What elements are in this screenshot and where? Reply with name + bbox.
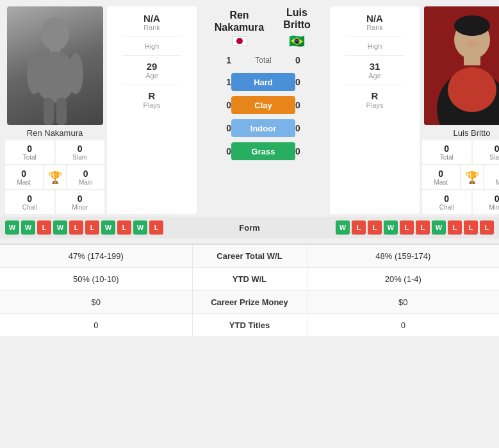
bt-left-1: 50% (10-10) — [0, 268, 192, 290]
bt-center-2: Career Prize Money — [192, 291, 307, 313]
form-badge-left-9: L — [149, 220, 163, 235]
bottom-row-1: 50% (10-10) YTD W/L 20% (1-4) — [0, 268, 499, 291]
total-score-row: 1 Total 0 — [199, 53, 327, 68]
bt-right-3: 0 — [307, 314, 500, 336]
left-player-name: Ren Nakamura — [27, 128, 83, 138]
app-container: Ren Nakamura 0 Total 0 Slam 0 Mast — [0, 0, 499, 337]
right-plays: R Plays — [332, 90, 417, 109]
left-player-stats: 0 Total 0 Slam 0 Mast 🏆 0 — [5, 140, 104, 214]
surface-badge-3: Grass — [231, 142, 295, 160]
form-badge-left-0: W — [5, 220, 19, 235]
form-badge-right-5: L — [416, 220, 430, 235]
bottom-stats-table: 47% (174-199) Career Total W/L 48% (159-… — [0, 244, 499, 337]
form-badge-right-4: L — [400, 220, 414, 235]
left-plays: R Plays — [110, 90, 194, 109]
left-player-photo — [7, 6, 103, 125]
right-player-photo — [424, 6, 500, 125]
left-rank: N/A Rank — [110, 13, 194, 31]
right-main-stat: 0 Main — [484, 165, 500, 189]
surface-badge-1: Clay — [231, 96, 295, 114]
form-badge-left-3: W — [53, 220, 67, 235]
right-chall-stat: 0 Chall — [422, 190, 471, 214]
form-badge-right-6: W — [432, 220, 446, 235]
score-right-2: 0 — [295, 123, 315, 133]
form-badge-right-7: L — [448, 220, 462, 235]
form-badges-right: WLLWLLWLLL — [288, 220, 495, 235]
form-badge-right-1: L — [352, 220, 366, 235]
left-high: High — [110, 42, 194, 50]
left-main-stat: 0 Main — [67, 165, 105, 189]
left-age: 29 Age — [110, 61, 194, 79]
form-badge-left-4: L — [69, 220, 83, 235]
score-left-1: 0 — [212, 100, 231, 110]
right-trophy-icon-wrap: 🏆 — [461, 165, 483, 189]
surface-badge-0: Hard — [231, 73, 295, 91]
bt-right-0: 48% (159-174) — [307, 245, 500, 267]
right-high: High — [332, 42, 417, 50]
bt-right-1: 20% (1-4) — [307, 268, 500, 290]
form-badge-left-8: W — [133, 220, 147, 235]
form-badge-left-6: W — [101, 220, 115, 235]
svg-point-0 — [41, 17, 69, 51]
bt-left-2: $0 — [0, 291, 192, 313]
form-badge-left-5: L — [85, 220, 99, 235]
form-badge-right-9: L — [480, 220, 494, 235]
right-flag: 🇧🇷 — [289, 33, 305, 49]
trophy-icon-right: 🏆 — [465, 170, 479, 185]
form-label: Form — [211, 223, 288, 233]
form-badge-left-2: L — [37, 220, 51, 235]
left-total-stat: 0 Total — [5, 140, 54, 164]
score-rows: 1 Hard 0 0 Clay 0 0 Indoor 0 0 Grass 0 — [199, 69, 327, 164]
left-divider-1 — [122, 37, 181, 37]
left-trophy-row: 0 Mast 🏆 0 Main — [5, 165, 104, 189]
left-player-card: Ren Nakamura 0 Total 0 Slam 0 Mast — [5, 6, 104, 214]
center-column: Ren Nakamura Luis Britto 🇧🇷 1 — [199, 6, 327, 214]
form-badge-right-2: L — [368, 220, 382, 235]
score-right-0: 0 — [295, 77, 315, 87]
left-trophy-icon-wrap: 🏆 — [44, 165, 66, 189]
svg-rect-5 — [44, 98, 54, 125]
score-row-3: 0 Grass 0 — [204, 141, 322, 162]
score-row-1: 0 Clay 0 — [204, 95, 322, 115]
bt-left-0: 47% (174-199) — [0, 245, 192, 267]
form-badge-left-1: W — [21, 220, 35, 235]
form-badges-left: WWLWLLWLWL — [5, 220, 211, 235]
score-left-0: 1 — [212, 77, 231, 87]
bottom-row-2: $0 Career Prize Money $0 — [0, 291, 499, 314]
right-player-svg — [424, 6, 500, 125]
left-slam-stat: 0 Slam — [56, 140, 105, 164]
score-right-1: 0 — [295, 100, 315, 110]
form-badge-left-7: L — [117, 220, 131, 235]
svg-point-12 — [454, 15, 490, 36]
left-stat-panel: N/A Rank High 29 Age R Plays — [107, 6, 197, 214]
right-trophy-row: 0 Mast 🏆 0 Main — [422, 165, 499, 189]
svg-point-3 — [27, 53, 42, 94]
right-rank: N/A Rank — [332, 13, 417, 31]
right-divider-3 — [345, 85, 404, 85]
score-row-2: 0 Indoor 0 — [204, 118, 322, 138]
bottom-row-3: 0 YTD Titles 0 — [0, 314, 499, 337]
svg-rect-6 — [56, 98, 67, 125]
bt-left-3: 0 — [0, 314, 192, 336]
right-divider-1 — [345, 37, 404, 37]
left-mast-stat: 0 Mast — [5, 165, 43, 189]
bt-right-2: $0 — [307, 291, 500, 313]
bottom-row-0: 47% (174-199) Career Total W/L 48% (159-… — [0, 245, 499, 268]
left-minor-stat: 0 Minor — [56, 190, 105, 214]
score-row-0: 1 Hard 0 — [204, 72, 322, 92]
bt-center-3: YTD Titles — [192, 314, 307, 336]
score-left-2: 0 — [212, 123, 231, 133]
left-name-header: Ren Nakamura — [206, 9, 273, 46]
right-slam-stat: 0 Slam — [473, 140, 500, 164]
top-section: Ren Nakamura 0 Total 0 Slam 0 Mast — [0, 0, 499, 214]
bt-center-1: YTD W/L — [192, 268, 307, 290]
silhouette-icon — [23, 16, 87, 125]
right-name-header: Luis Britto 🇧🇷 — [273, 6, 321, 49]
score-left-3: 0 — [212, 146, 231, 156]
right-player-stats: 0 Total 0 Slam 0 Mast 🏆 0 — [422, 140, 499, 214]
svg-point-13 — [466, 40, 479, 47]
left-divider-3 — [122, 85, 181, 85]
right-mast-stat: 0 Mast — [422, 165, 460, 189]
trophy-icon-left: 🏆 — [48, 170, 62, 185]
surface-badge-2: Indoor — [231, 119, 295, 137]
